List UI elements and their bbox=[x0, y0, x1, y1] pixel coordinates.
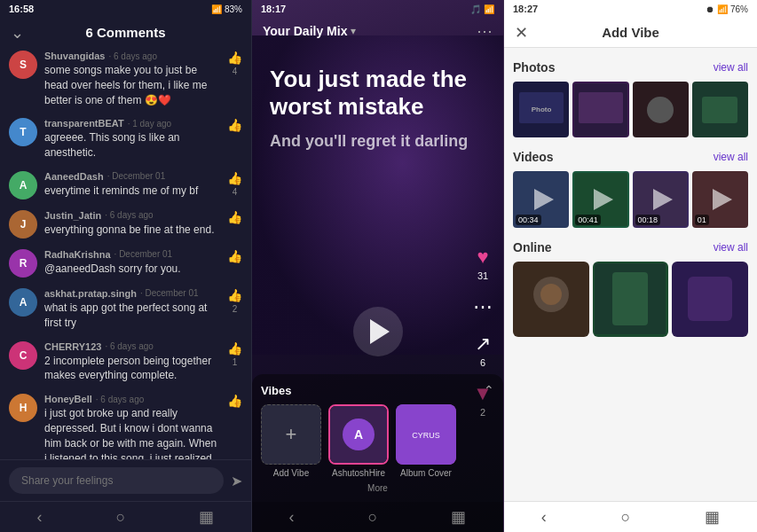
comment-like-wrap: 👍4 bbox=[227, 51, 242, 76]
video-duration-3: 00:18 bbox=[635, 215, 661, 225]
nav-back-2[interactable]: ‹ bbox=[289, 508, 295, 527]
album-art: CYRUS bbox=[396, 404, 456, 465]
user-vibe-thumb[interactable]: A bbox=[328, 404, 389, 465]
back-button[interactable]: ⌄ bbox=[11, 23, 24, 43]
photo-thumb-2[interactable] bbox=[572, 82, 628, 137]
nav-back-1[interactable]: ‹ bbox=[37, 508, 43, 527]
comments-list: SShuvangidas· 6 days agosome songs make … bbox=[0, 47, 251, 459]
photo-thumb-1[interactable]: Photo bbox=[513, 82, 569, 137]
comment-text: i just got broke up and really depressed… bbox=[44, 406, 220, 459]
title-chevron-icon[interactable]: ▾ bbox=[351, 25, 356, 37]
svg-text:Photo: Photo bbox=[531, 106, 551, 113]
share-icon[interactable]: ↗ bbox=[475, 332, 491, 356]
vibes-chevron-icon[interactable]: ⌃ bbox=[484, 383, 494, 397]
comment-input[interactable] bbox=[9, 467, 224, 494]
comment-meta: askhat.pratap.singh· December 01 bbox=[44, 288, 220, 299]
like-icon[interactable]: 👍 bbox=[227, 341, 242, 356]
time-3: 18:27 bbox=[513, 4, 538, 14]
player-status-bar: 18:17 🎵 📶 bbox=[252, 0, 503, 18]
like-icon[interactable]: 👍 bbox=[227, 394, 242, 408]
comment-item: CCHERRY123· 6 days ago2 incomplete perso… bbox=[9, 341, 242, 384]
like-icon[interactable]: 👍 bbox=[227, 249, 242, 263]
online-view-all[interactable]: view all bbox=[714, 241, 748, 254]
like-icon[interactable]: 👍 bbox=[227, 288, 242, 302]
videos-view-all[interactable]: view all bbox=[714, 151, 748, 163]
online-thumb-1[interactable] bbox=[513, 262, 589, 338]
photos-view-all[interactable]: view all bbox=[714, 61, 748, 74]
play-button[interactable] bbox=[353, 307, 403, 356]
vibes-row: + Add Vibe A AshutoshHire CYRUS Alb bbox=[261, 404, 494, 478]
comment-body: CHERRY123· 6 days ago2 incomplete person… bbox=[44, 341, 220, 384]
online-section-header: Online view all bbox=[513, 240, 748, 254]
nav-home-1[interactable]: ○ bbox=[116, 508, 126, 527]
nav-back-3[interactable]: ‹ bbox=[541, 508, 547, 527]
comment-username: transparentBEAT bbox=[44, 118, 124, 129]
comment-meta: Justin_Jatin· 6 days ago bbox=[44, 210, 220, 221]
add-vibe-button[interactable]: + bbox=[261, 404, 321, 465]
comment-item: TtransparentBEAT· 1 day agoagreeee. This… bbox=[9, 118, 242, 160]
like-icon[interactable]: 👍 bbox=[227, 171, 242, 185]
comment-meta: RadhaKrishna· December 01 bbox=[44, 249, 220, 260]
online-2-inner bbox=[593, 262, 669, 338]
like-count: 4 bbox=[233, 187, 238, 197]
photo-thumb-4[interactable] bbox=[692, 82, 748, 137]
nav-home-2[interactable]: ○ bbox=[368, 508, 378, 527]
comments-header: ⌄ 6 Comments bbox=[0, 18, 251, 47]
close-button[interactable]: ✕ bbox=[515, 23, 528, 43]
online-thumb-2[interactable] bbox=[593, 262, 669, 338]
comment-body: Shuvangidas· 6 days agosome songs make y… bbox=[44, 51, 220, 107]
nav-recents-3[interactable]: ▦ bbox=[705, 507, 720, 527]
nav-recents-2[interactable]: ▦ bbox=[451, 507, 466, 527]
video-thumb-1[interactable]: 00:34 bbox=[513, 171, 569, 227]
photo-thumb-3[interactable] bbox=[633, 82, 689, 137]
nav-home-3[interactable]: ○ bbox=[621, 508, 631, 527]
comment-time: · 6 days ago bbox=[105, 210, 153, 220]
comment-item: Aaskhat.pratap.singh· December 01what is… bbox=[9, 288, 242, 331]
comment-text: 2 incomplete person being together makes… bbox=[44, 354, 220, 384]
player-status-icons: 🎵 📶 bbox=[470, 4, 494, 14]
comment-item: SShuvangidas· 6 days agosome songs make … bbox=[9, 51, 242, 107]
comment-like-wrap: 👍 bbox=[227, 394, 242, 410]
comment-like-wrap: 👍1 bbox=[227, 341, 242, 367]
svg-rect-25 bbox=[688, 277, 732, 321]
video-thumb-3[interactable]: 00:18 bbox=[633, 171, 689, 227]
add-vibe-label: Add Vibe bbox=[273, 468, 309, 478]
player-title: Your Daily Mix bbox=[263, 24, 347, 38]
avatar-initial: A bbox=[343, 419, 375, 450]
videos-grid: 00:34 00:41 00:18 01 bbox=[513, 171, 748, 227]
comment-text: everytime it reminds me of my bf bbox=[44, 184, 220, 199]
vibes-header: Vibes ⌃ bbox=[261, 383, 494, 397]
player-more-button[interactable]: ⋯ bbox=[477, 21, 493, 41]
svg-point-21 bbox=[540, 284, 562, 305]
comment-text: what is app got the perfect song at firs… bbox=[44, 301, 220, 331]
online-thumb-3[interactable] bbox=[672, 262, 748, 338]
comment-meta: AaneedDash· December 01 bbox=[44, 171, 220, 182]
send-button[interactable]: ➤ bbox=[231, 473, 242, 489]
player-controls: ♥ 31 ⋯ ↗ 6 ▼ 2 bbox=[252, 289, 503, 374]
svg-rect-23 bbox=[612, 272, 648, 325]
comment-body: transparentBEAT· 1 day agoagreeee. This … bbox=[44, 118, 220, 160]
like-icon[interactable]: 👍 bbox=[227, 210, 242, 224]
battery-3: 76% bbox=[730, 4, 748, 14]
video-thumb-2[interactable]: 00:41 bbox=[572, 171, 628, 227]
heart-icon[interactable]: ♥ bbox=[477, 246, 488, 269]
comment-body: RadhaKrishna· December 01@aaneedDash sor… bbox=[44, 249, 220, 277]
comment-meta: HoneyBell· 6 days ago bbox=[44, 394, 220, 404]
more-icon[interactable]: ⋯ bbox=[473, 295, 493, 318]
time-2: 18:17 bbox=[261, 4, 286, 14]
album-vibe-thumb[interactable]: CYRUS bbox=[396, 404, 456, 465]
like-icon[interactable]: 👍 bbox=[227, 118, 242, 132]
share-count: 6 bbox=[480, 357, 485, 368]
video-thumb-4[interactable]: 01 bbox=[692, 171, 748, 227]
like-count: 1 bbox=[233, 357, 238, 367]
photos-grid: Photo bbox=[513, 82, 748, 137]
comment-time: · 6 days ago bbox=[96, 395, 144, 404]
comment-meta: transparentBEAT· 1 day ago bbox=[44, 118, 220, 129]
music-dot-icon: 🎵 bbox=[470, 4, 481, 14]
player-nav: ‹ ○ ▦ bbox=[252, 502, 503, 532]
nav-recents-1[interactable]: ▦ bbox=[199, 507, 214, 527]
status-bar-1: 16:58 📶 83% bbox=[0, 0, 251, 18]
lyrics-main: You just made the worst mistake bbox=[270, 66, 485, 121]
like-icon[interactable]: 👍 bbox=[227, 51, 242, 65]
comment-avatar: T bbox=[9, 118, 37, 146]
